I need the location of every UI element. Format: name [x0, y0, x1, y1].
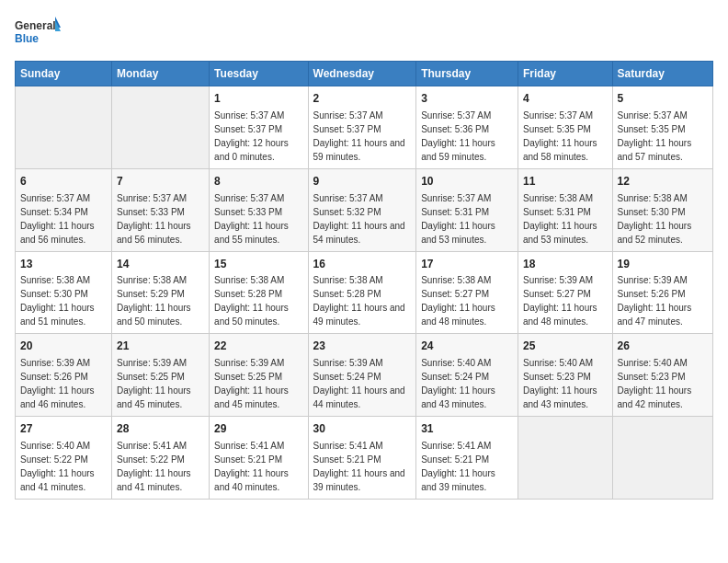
calendar-cell	[112, 86, 210, 169]
calendar-cell	[16, 86, 112, 169]
svg-text:General: General	[15, 19, 56, 32]
day-info: Sunrise: 5:39 AMSunset: 5:26 PMDaylight:…	[20, 356, 107, 411]
day-header-monday: Monday	[112, 62, 210, 86]
calendar-cell: 22Sunrise: 5:39 AMSunset: 5:25 PMDayligh…	[210, 334, 308, 417]
calendar-cell: 6Sunrise: 5:37 AMSunset: 5:34 PMDaylight…	[16, 168, 112, 251]
day-info: Sunrise: 5:37 AMSunset: 5:37 PMDaylight:…	[214, 109, 302, 164]
day-number: 1	[214, 91, 302, 107]
day-info: Sunrise: 5:40 AMSunset: 5:23 PMDaylight:…	[523, 356, 608, 411]
calendar-cell: 24Sunrise: 5:40 AMSunset: 5:24 PMDayligh…	[416, 334, 518, 417]
calendar-cell: 3Sunrise: 5:37 AMSunset: 5:36 PMDaylight…	[416, 86, 518, 169]
calendar-cell: 5Sunrise: 5:37 AMSunset: 5:35 PMDaylight…	[612, 86, 712, 169]
day-info: Sunrise: 5:38 AMSunset: 5:30 PMDaylight:…	[20, 273, 107, 328]
calendar-cell: 13Sunrise: 5:38 AMSunset: 5:30 PMDayligh…	[16, 251, 112, 334]
day-info: Sunrise: 5:38 AMSunset: 5:28 PMDaylight:…	[313, 273, 412, 328]
day-info: Sunrise: 5:39 AMSunset: 5:25 PMDaylight:…	[117, 356, 204, 411]
calendar-cell: 11Sunrise: 5:38 AMSunset: 5:31 PMDayligh…	[518, 168, 612, 251]
day-info: Sunrise: 5:41 AMSunset: 5:22 PMDaylight:…	[117, 439, 204, 494]
day-info: Sunrise: 5:37 AMSunset: 5:31 PMDaylight:…	[421, 191, 513, 247]
calendar-cell	[612, 417, 712, 500]
calendar-cell: 16Sunrise: 5:38 AMSunset: 5:28 PMDayligh…	[308, 251, 416, 334]
calendar-cell: 18Sunrise: 5:39 AMSunset: 5:27 PMDayligh…	[518, 251, 612, 334]
day-info: Sunrise: 5:40 AMSunset: 5:24 PMDaylight:…	[421, 356, 513, 411]
calendar-cell: 2Sunrise: 5:37 AMSunset: 5:37 PMDaylight…	[308, 86, 416, 169]
calendar-table: SundayMondayTuesdayWednesdayThursdayFrid…	[15, 61, 713, 500]
day-info: Sunrise: 5:38 AMSunset: 5:27 PMDaylight:…	[421, 273, 513, 328]
calendar-cell: 12Sunrise: 5:38 AMSunset: 5:30 PMDayligh…	[612, 168, 712, 251]
calendar-cell: 29Sunrise: 5:41 AMSunset: 5:21 PMDayligh…	[210, 417, 308, 500]
day-info: Sunrise: 5:38 AMSunset: 5:29 PMDaylight:…	[117, 273, 204, 328]
calendar-cell	[518, 417, 612, 500]
day-number: 2	[313, 91, 412, 107]
day-number: 21	[117, 339, 204, 354]
day-header-tuesday: Tuesday	[210, 62, 308, 86]
day-info: Sunrise: 5:37 AMSunset: 5:33 PMDaylight:…	[117, 191, 204, 247]
day-info: Sunrise: 5:37 AMSunset: 5:35 PMDaylight:…	[618, 109, 708, 164]
day-info: Sunrise: 5:40 AMSunset: 5:22 PMDaylight:…	[20, 439, 107, 494]
day-number: 20	[20, 339, 107, 354]
calendar-cell: 8Sunrise: 5:37 AMSunset: 5:33 PMDaylight…	[210, 168, 308, 251]
day-info: Sunrise: 5:38 AMSunset: 5:28 PMDaylight:…	[214, 273, 302, 328]
day-header-friday: Friday	[518, 62, 612, 86]
day-number: 6	[20, 174, 107, 190]
calendar-cell: 21Sunrise: 5:39 AMSunset: 5:25 PMDayligh…	[112, 334, 210, 417]
calendar-cell: 4Sunrise: 5:37 AMSunset: 5:35 PMDaylight…	[518, 86, 612, 169]
page-container: General Blue SundayMondayTuesdayWednesda…	[0, 0, 728, 509]
day-number: 14	[117, 257, 204, 272]
day-number: 11	[523, 174, 608, 190]
header: General Blue	[15, 15, 713, 50]
calendar-cell: 25Sunrise: 5:40 AMSunset: 5:23 PMDayligh…	[518, 334, 612, 417]
day-info: Sunrise: 5:37 AMSunset: 5:32 PMDaylight:…	[313, 191, 412, 247]
day-number: 5	[618, 91, 708, 107]
day-info: Sunrise: 5:38 AMSunset: 5:30 PMDaylight:…	[618, 191, 708, 247]
day-number: 13	[20, 257, 107, 272]
day-number: 18	[523, 257, 608, 272]
day-info: Sunrise: 5:39 AMSunset: 5:25 PMDaylight:…	[214, 356, 302, 411]
day-number: 31	[421, 421, 513, 437]
day-header-wednesday: Wednesday	[308, 62, 416, 86]
calendar-cell: 7Sunrise: 5:37 AMSunset: 5:33 PMDaylight…	[112, 168, 210, 251]
day-info: Sunrise: 5:39 AMSunset: 5:26 PMDaylight:…	[618, 273, 708, 328]
day-number: 27	[20, 421, 107, 437]
day-number: 3	[421, 91, 513, 107]
calendar-header-row: SundayMondayTuesdayWednesdayThursdayFrid…	[16, 62, 713, 86]
day-info: Sunrise: 5:39 AMSunset: 5:27 PMDaylight:…	[523, 273, 608, 328]
calendar-cell: 19Sunrise: 5:39 AMSunset: 5:26 PMDayligh…	[612, 251, 712, 334]
day-number: 10	[421, 174, 513, 190]
calendar-cell: 23Sunrise: 5:39 AMSunset: 5:24 PMDayligh…	[308, 334, 416, 417]
calendar-cell: 10Sunrise: 5:37 AMSunset: 5:31 PMDayligh…	[416, 168, 518, 251]
day-number: 8	[214, 174, 302, 190]
day-number: 24	[421, 339, 513, 354]
calendar-cell: 20Sunrise: 5:39 AMSunset: 5:26 PMDayligh…	[16, 334, 112, 417]
week-row-3: 13Sunrise: 5:38 AMSunset: 5:30 PMDayligh…	[16, 251, 713, 334]
day-info: Sunrise: 5:38 AMSunset: 5:31 PMDaylight:…	[523, 191, 608, 247]
day-number: 23	[313, 339, 412, 354]
day-info: Sunrise: 5:39 AMSunset: 5:24 PMDaylight:…	[313, 356, 412, 411]
calendar-cell: 14Sunrise: 5:38 AMSunset: 5:29 PMDayligh…	[112, 251, 210, 334]
day-number: 28	[117, 421, 204, 437]
day-number: 15	[214, 257, 302, 272]
calendar-cell: 26Sunrise: 5:40 AMSunset: 5:23 PMDayligh…	[612, 334, 712, 417]
day-info: Sunrise: 5:37 AMSunset: 5:34 PMDaylight:…	[20, 191, 107, 247]
day-number: 17	[421, 257, 513, 272]
calendar-cell: 15Sunrise: 5:38 AMSunset: 5:28 PMDayligh…	[210, 251, 308, 334]
calendar-cell: 1Sunrise: 5:37 AMSunset: 5:37 PMDaylight…	[210, 86, 308, 169]
day-number: 7	[117, 174, 204, 190]
day-info: Sunrise: 5:41 AMSunset: 5:21 PMDaylight:…	[421, 439, 513, 494]
day-header-thursday: Thursday	[416, 62, 518, 86]
day-number: 25	[523, 339, 608, 354]
day-info: Sunrise: 5:37 AMSunset: 5:35 PMDaylight:…	[523, 109, 608, 164]
day-info: Sunrise: 5:40 AMSunset: 5:23 PMDaylight:…	[618, 356, 708, 411]
day-number: 30	[313, 421, 412, 437]
calendar-cell: 17Sunrise: 5:38 AMSunset: 5:27 PMDayligh…	[416, 251, 518, 334]
day-header-sunday: Sunday	[16, 62, 112, 86]
day-number: 4	[523, 91, 608, 107]
calendar-cell: 30Sunrise: 5:41 AMSunset: 5:21 PMDayligh…	[308, 417, 416, 500]
day-info: Sunrise: 5:37 AMSunset: 5:36 PMDaylight:…	[421, 109, 513, 164]
day-info: Sunrise: 5:37 AMSunset: 5:33 PMDaylight:…	[214, 191, 302, 247]
week-row-5: 27Sunrise: 5:40 AMSunset: 5:22 PMDayligh…	[16, 417, 713, 500]
day-number: 16	[313, 257, 412, 272]
day-number: 29	[214, 421, 302, 437]
week-row-4: 20Sunrise: 5:39 AMSunset: 5:26 PMDayligh…	[16, 334, 713, 417]
day-number: 9	[313, 174, 412, 190]
